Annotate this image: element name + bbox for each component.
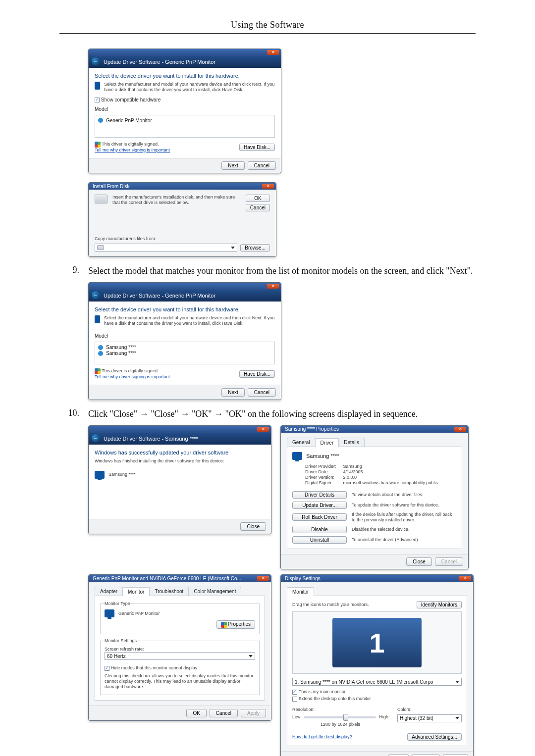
monitor-icon: [95, 471, 105, 479]
driver-details-text: To view details about the driver files.: [352, 492, 457, 498]
back-icon[interactable]: ←: [92, 291, 100, 299]
update-driver-text: To update the driver software for this d…: [352, 503, 457, 508]
success-heading: Windows has successfully updated your dr…: [95, 450, 265, 455]
hide-modes-label: Hide modes that this monitor cannot disp…: [111, 665, 198, 670]
refresh-value: 60 Hertz: [107, 654, 126, 659]
cancel-button[interactable]: Cancel: [248, 388, 276, 397]
resolution-slider[interactable]: [304, 716, 376, 718]
tab-driver[interactable]: Driver: [315, 438, 339, 447]
identify-button[interactable]: Identify Monitors: [417, 601, 462, 608]
rollback-text: If the device fails after updating the d…: [352, 512, 457, 523]
monitor-icon: [98, 351, 103, 356]
monitor-select-dropdown[interactable]: 1. Samsung **** on NVIDIA GeForce 6600 L…: [292, 678, 462, 686]
monitor-preview[interactable]: 1: [332, 618, 422, 667]
back-icon[interactable]: ←: [92, 57, 100, 65]
tab-troubleshoot[interactable]: Troubleshoot: [149, 587, 189, 596]
cancel-button[interactable]: Cancel: [210, 709, 238, 717]
close-button[interactable]: Close: [240, 522, 266, 531]
browse-button[interactable]: Browse...: [240, 244, 270, 252]
list-item[interactable]: Samsung ****: [106, 345, 136, 350]
properties-button[interactable]: Properties: [216, 620, 255, 628]
next-button[interactable]: Next: [221, 388, 245, 397]
model-list[interactable]: Samsung **** Samsung ****: [95, 342, 275, 364]
rollback-button[interactable]: Roll Back Driver: [292, 513, 347, 521]
tab-details[interactable]: Details: [338, 438, 365, 447]
best-display-link[interactable]: How do I get the best display?: [292, 734, 352, 740]
close-icon[interactable]: ✕: [257, 427, 269, 432]
shield-icon: [221, 622, 227, 628]
extend-desktop-checkbox: [292, 697, 297, 702]
monitor-icon: [95, 315, 100, 323]
tab-monitor[interactable]: Monitor: [122, 587, 150, 596]
have-disk-button[interactable]: Have Disk...: [239, 370, 275, 378]
dialog-title: Generic PnP Monitor and NVIDIA GeForce 6…: [93, 576, 241, 581]
group-monitor-type: Monitor Type: [105, 601, 130, 606]
value: 2.0.0.0: [343, 475, 438, 480]
step-number: 9.: [59, 265, 79, 275]
path-dropdown[interactable]: [95, 244, 237, 252]
advanced-settings-button[interactable]: Advanced Settings...: [407, 733, 462, 741]
extend-desktop-label: Extend the desktop onto this monitor: [299, 696, 371, 701]
tab-adapter[interactable]: Adapter: [95, 587, 123, 596]
dialog-title: Display Settings: [285, 576, 321, 581]
hide-modes-desc: Clearing this check box allows you to se…: [105, 673, 255, 690]
monitor-select-value: 1. Samsung **** on NVIDIA GeForce 6600 L…: [295, 679, 433, 685]
driver-details-button[interactable]: Driver Details: [292, 491, 347, 499]
close-icon[interactable]: ✕: [267, 284, 279, 289]
shield-icon: [95, 368, 101, 374]
cancel-button[interactable]: Cancel: [248, 161, 276, 170]
device-name: Samsung ****: [306, 453, 339, 459]
close-icon[interactable]: ✕: [257, 576, 269, 581]
model-header: Model: [95, 106, 275, 112]
main-monitor-label: This is my main monitor: [299, 689, 346, 694]
chevron-down-icon: [249, 655, 253, 657]
wizard-desc: Select the manufacturer and model of you…: [104, 82, 275, 93]
next-button[interactable]: Next: [221, 161, 245, 170]
tab-general[interactable]: General: [287, 438, 316, 447]
colors-dropdown[interactable]: Highest (32 bit): [397, 714, 462, 722]
window-install-from-disk: Install From Disk ✕ Insert the manufactu…: [88, 182, 276, 257]
refresh-dropdown[interactable]: 60 Hertz: [105, 652, 255, 660]
ok-button[interactable]: OK: [246, 195, 270, 202]
window-monitor-properties: Generic PnP Monitor and NVIDIA GeForce 6…: [88, 574, 271, 721]
list-item[interactable]: Generic PnP Monitor: [106, 118, 152, 123]
close-icon[interactable]: ✕: [262, 184, 274, 189]
apply-button: Apply: [241, 709, 266, 717]
update-driver-button[interactable]: Update Driver...: [292, 502, 347, 509]
tab-monitor[interactable]: Monitor: [287, 587, 314, 596]
tab-color-management[interactable]: Color Management: [188, 587, 241, 596]
dialog-title: Install From Disk: [93, 184, 129, 189]
signing-link[interactable]: Tell me why driver signing is important: [95, 374, 170, 379]
device-name: Samsung ****: [108, 472, 136, 477]
drag-label: Drag the icons to match your monitors.: [292, 602, 369, 607]
close-icon[interactable]: ✕: [459, 576, 471, 581]
have-disk-button[interactable]: Have Disk...: [239, 144, 275, 151]
close-icon[interactable]: ✕: [267, 50, 279, 55]
model-list[interactable]: Generic PnP Monitor: [95, 115, 275, 138]
back-icon[interactable]: ←: [92, 434, 100, 442]
list-item[interactable]: Samsung ****: [106, 351, 136, 356]
page-title: Using the Software: [59, 20, 476, 34]
success-sub: Windows has finished installing the driv…: [95, 458, 265, 464]
compat-checkbox[interactable]: [95, 98, 100, 102]
disk-icon: [95, 195, 107, 203]
close-icon[interactable]: ✕: [454, 427, 466, 432]
monitor-icon: [98, 118, 103, 123]
dialog-title: Samsung **** Properties: [285, 426, 339, 432]
window-update-driver-1: ✕ ← Update Driver Software - Generic PnP…: [88, 49, 281, 173]
ok-button[interactable]: OK: [186, 709, 206, 717]
hide-modes-checkbox[interactable]: [105, 666, 109, 671]
disable-text: Disables the selected device.: [352, 527, 457, 532]
res-high: High: [379, 714, 388, 720]
close-button[interactable]: Close: [406, 557, 432, 566]
signing-link[interactable]: Tell me why driver signing is important: [95, 148, 170, 152]
disable-button[interactable]: Disable: [292, 526, 347, 533]
label: Digital Signer:: [305, 480, 343, 486]
cancel-button[interactable]: Cancel: [246, 204, 270, 211]
window-update-success: ✕ ← Update Driver Software - Samsung ***…: [88, 425, 271, 534]
refresh-label: Screen refresh rate:: [105, 647, 255, 652]
uninstall-button[interactable]: Uninstall: [292, 536, 347, 544]
window-driver-properties: Samsung **** Properties ✕ General Driver…: [280, 425, 469, 570]
window-display-settings: Display Settings ✕ Monitor Drag the icon…: [280, 574, 474, 756]
res-low: Low: [292, 714, 301, 720]
